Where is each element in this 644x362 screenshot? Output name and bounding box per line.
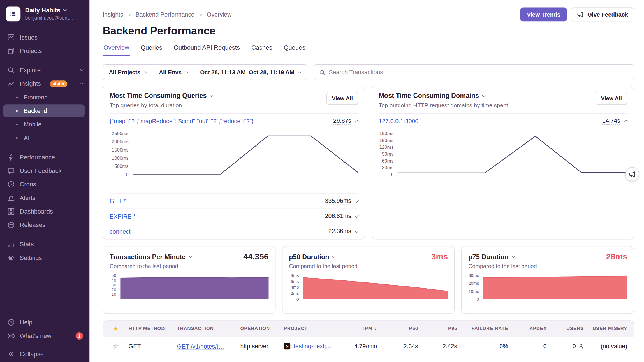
date-range-dropdown[interactable]: Oct 28, 11:13 AM–Oct 28, 11:19 AM [194, 65, 307, 80]
sidebar-footer: Help What's new 1 Collapse [0, 315, 90, 362]
axis-tick-label: 2500ms [112, 131, 129, 136]
column-header-operation[interactable]: OPERATION [240, 326, 284, 331]
sidebar-item-issues[interactable]: Issues [0, 30, 90, 44]
column-header-user-misery[interactable]: USER MISERY [584, 326, 634, 331]
sidebar-item-mobile[interactable]: Mobile [3, 118, 85, 131]
sidebar-item-projects[interactable]: Projects [0, 44, 90, 57]
sidebar-item-label: Issues [20, 34, 38, 41]
bullet-dot [16, 137, 18, 139]
sidebar-item-settings[interactable]: Settings [0, 251, 90, 264]
tab-queries[interactable]: Queries [140, 44, 163, 56]
p75-card-title[interactable]: p75 Duration [468, 253, 515, 261]
star-outline-icon[interactable]: ☆ [113, 342, 119, 350]
query-link[interactable]: GET * [110, 198, 126, 204]
collapse-chevron-icon[interactable] [355, 120, 359, 124]
tab-queues[interactable]: Queues [283, 44, 306, 56]
tpm-chart: 5040302010 [110, 275, 268, 299]
environment-filter-dropdown[interactable]: All Envs [153, 65, 194, 80]
collapse-chevron-icon[interactable] [624, 120, 628, 124]
axis-tick-label: 90ms [382, 152, 393, 157]
view-trends-button[interactable]: View Trends [520, 7, 567, 21]
domain-link[interactable]: 127.0.0.1:3000 [379, 118, 418, 124]
sidebar-item-explore[interactable]: Explore [0, 63, 90, 77]
sidebar-item-crons[interactable]: Crons [0, 177, 90, 191]
main-content: Insights Backend Performance Overview Vi… [90, 0, 644, 362]
axis-tick-label: 2ms [291, 291, 299, 296]
p50-card-title[interactable]: p50 Duration [289, 253, 335, 261]
expand-chevron-icon[interactable] [355, 199, 359, 203]
project-link[interactable]: testing-nextj… [294, 343, 332, 349]
sidebar-item-frontend[interactable]: Frontend [3, 91, 85, 103]
transaction-link[interactable]: GET /v1/notes/t… [177, 343, 224, 350]
tpm-cell: 4.79/min [332, 343, 377, 349]
axis-tick-label: 500ms [114, 164, 129, 169]
megaphone-icon [629, 171, 636, 178]
domains-card-title[interactable]: Most Time-Consuming Domains [379, 92, 508, 99]
double-chevron-left-icon [7, 350, 15, 357]
axis-tick-label: 1000ms [112, 156, 129, 161]
query-link[interactable]: EXPIRE * [110, 213, 135, 220]
query-link[interactable]: {"map":"?","mapReduce":"$cmd","out":"?",… [110, 118, 254, 124]
column-header-apdex[interactable]: APDEX [508, 326, 547, 331]
sidebar-item-label: Projects [20, 47, 42, 54]
query-link[interactable]: connect [110, 228, 130, 235]
sidebar-item-performance[interactable]: Performance [0, 150, 90, 164]
breadcrumb: Insights Backend Performance Overview [103, 11, 231, 18]
top-cards-row: Most Time-Consuming Queries Top queries … [103, 86, 634, 239]
tpm-card-title[interactable]: Transactions Per Minute [110, 253, 192, 261]
tab-outbound-api-requests[interactable]: Outbound API Requests [173, 44, 241, 56]
sidebar-item-releases[interactable]: Releases [0, 218, 90, 231]
chevron-down-icon [332, 254, 336, 258]
star-filled-icon[interactable]: ★ [113, 325, 119, 332]
tab-caches[interactable]: Caches [251, 44, 273, 56]
column-header-tpm[interactable]: TPM↓ [332, 325, 377, 331]
search-icon [319, 69, 325, 75]
gear-icon [7, 254, 15, 261]
give-feedback-button[interactable]: Give Feedback [571, 7, 634, 21]
sidebar-item-label: Alerts [20, 194, 35, 201]
p50-value: 3ms [431, 252, 448, 262]
domains-view-all-button[interactable]: View All [596, 92, 627, 105]
project-cell: N testing-nextj… [284, 343, 332, 349]
sidebar-item-stats[interactable]: Stats [0, 237, 90, 251]
expand-chevron-icon[interactable] [355, 214, 359, 218]
feedback-fab-button[interactable] [625, 167, 639, 181]
sidebar-collapse-button[interactable]: Collapse [0, 345, 90, 362]
axis-tick-label: 0 [477, 296, 479, 302]
project-filter-dropdown[interactable]: All Projects [103, 65, 153, 80]
chevron-down-icon [298, 70, 301, 73]
column-header-users[interactable]: USERS [547, 326, 584, 331]
expand-chevron-icon[interactable] [355, 229, 359, 233]
column-header-p95[interactable]: P95 [418, 326, 457, 331]
org-switcher[interactable]: Daily Habits benjamin.coe@sent… [0, 6, 90, 22]
chart-y-axis: 180ms150ms120ms90ms60ms30ms0 [379, 133, 397, 175]
column-header-p50[interactable]: P50 [377, 326, 418, 331]
environment-filter-label: All Envs [159, 69, 182, 75]
queries-view-all-button[interactable]: View All [326, 92, 358, 105]
queries-card-title[interactable]: Most Time-Consuming Queries [110, 92, 213, 99]
sidebar-item-label: AI [24, 134, 29, 141]
sidebar-item-ai[interactable]: AI [3, 131, 85, 144]
sidebar-item-dashboards[interactable]: Dashboards [0, 205, 90, 218]
most-time-consuming-domains-card: Most Time-Consuming Domains Top outgoing… [372, 86, 634, 239]
chevron-down-icon [185, 70, 189, 73]
sidebar-item-help[interactable]: Help [0, 315, 90, 329]
axis-tick-label: 60ms [382, 158, 393, 164]
sidebar-item-user-feedback[interactable]: User Feedback [0, 164, 90, 177]
column-header-project[interactable]: PROJECT [284, 326, 332, 331]
chevron-down-icon [482, 93, 486, 97]
column-header-failure-rate[interactable]: FAILURE RATE [457, 326, 508, 331]
search-transactions-input[interactable] [329, 69, 629, 75]
sidebar-item-backend[interactable]: Backend [3, 104, 85, 117]
breadcrumb-backend-performance[interactable]: Backend Performance [136, 11, 194, 18]
sidebar-item-insights[interactable]: Insights alpha [0, 77, 90, 90]
column-header-transaction[interactable]: TRANSACTION [177, 326, 240, 331]
sidebar-item-whats-new[interactable]: What's new 1 [0, 329, 90, 342]
sidebar-item-alerts[interactable]: Alerts [0, 191, 90, 205]
org-name[interactable]: Daily Habits [25, 6, 73, 13]
chevron-down-icon [63, 8, 66, 11]
column-header-http-method[interactable]: HTTP METHOD [129, 326, 177, 331]
clock-icon [7, 180, 15, 188]
tab-overview[interactable]: Overview [103, 44, 130, 56]
breadcrumb-insights[interactable]: Insights [103, 11, 123, 18]
